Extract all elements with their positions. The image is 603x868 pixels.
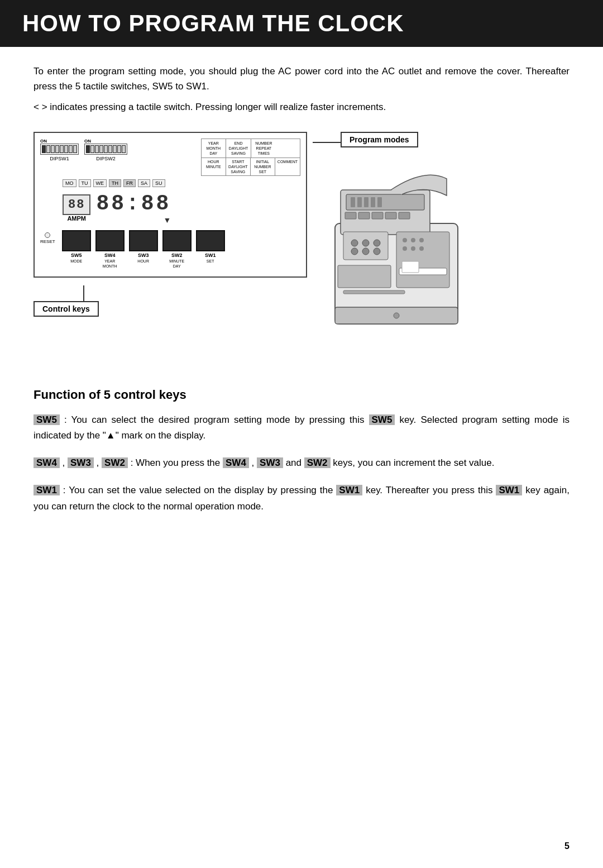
dipsw1-s2 (46, 145, 50, 153)
sw1-name: SW1 (205, 252, 216, 258)
sw5-group: SW5 MODE (62, 230, 91, 264)
dips-modes-row: ON DIPSW1 (40, 139, 300, 177)
sw4-sub: YEARMONTH (103, 259, 117, 269)
sw3-group: SW3 HOUR (129, 230, 158, 264)
sw4-button[interactable] (95, 230, 125, 251)
sub-mode-3-text: INITIALNUMBERSET (254, 159, 271, 174)
dip1-on-label: ON (40, 139, 47, 144)
main-segment-display: 88:88 (96, 192, 171, 216)
day-su: SU (152, 179, 165, 187)
sw2-group: SW2 MINUTEDAY (162, 230, 192, 269)
control-keys-label: Control keys (34, 301, 99, 317)
day-we: WE (93, 179, 107, 187)
dipsw2-s7 (113, 145, 117, 153)
sw1-highlight-3: SW1 (496, 485, 522, 495)
svg-point-14 (351, 240, 358, 246)
sw4-sw3-sw2-para: SW4 , SW3 , SW2 : When you press the SW4… (34, 455, 570, 471)
svg-rect-6 (371, 197, 375, 207)
sw3-text-2: and (286, 457, 304, 468)
dipsw1-s3 (51, 145, 55, 153)
svg-point-30 (419, 238, 424, 242)
svg-rect-32 (402, 261, 419, 273)
svg-rect-11 (385, 212, 396, 219)
dipsw2-s8 (117, 145, 121, 153)
sw2-button[interactable] (162, 230, 192, 251)
sw3-highlight-1: SW3 (68, 457, 94, 468)
dipsw2-s9 (122, 145, 126, 153)
program-modes-label: Program modes (341, 132, 418, 147)
svg-point-27 (411, 238, 415, 242)
dipsw1-s7 (69, 145, 73, 153)
svg-rect-10 (372, 212, 383, 219)
day-selector-row: MO TU WE TH FR SA SU (63, 179, 300, 187)
sub-mode-col-3: INITIALNUMBERSET (251, 158, 275, 175)
mode-col-1: YEARMONTHDAY (202, 139, 226, 158)
mode-col-3-text: NUMBERREPEATTIMES (255, 141, 272, 156)
clock-diagram-box: ON DIPSW1 (34, 132, 307, 278)
cash-register-illustration (313, 156, 469, 349)
svg-point-31 (419, 246, 424, 251)
svg-rect-4 (357, 197, 362, 207)
svg-rect-5 (364, 197, 368, 207)
sub-mode-col-4: COMMENT (275, 158, 300, 175)
svg-point-18 (362, 248, 369, 255)
ampm-label: AMPM (67, 215, 86, 222)
mode-col-2-text: ENDDAYLIGHTSAVING (229, 141, 248, 156)
sw2-text-1: : When you press the (131, 457, 223, 468)
sub-mode-col-1: HOURMINUTE (202, 158, 226, 175)
dipsw1-s4 (55, 145, 59, 153)
program-modes-row: Program modes (313, 132, 418, 147)
sw-buttons-row: RESET SW5 MODE SW4 YEARMONTH (40, 230, 300, 269)
sw2-highlight-2: SW2 (304, 457, 331, 468)
intro-paragraph-1: To enter the program setting mode, you s… (34, 64, 570, 94)
dipsw2-s4 (99, 145, 103, 153)
svg-point-23 (394, 313, 399, 318)
dipsw2-switches (84, 144, 127, 155)
intro-paragraph-2: < > indicates pressing a tactile switch.… (34, 99, 570, 115)
svg-point-15 (362, 240, 369, 246)
svg-point-28 (403, 246, 407, 251)
svg-rect-12 (399, 212, 410, 219)
sw1-sub: SET (207, 259, 214, 264)
sub-mode-col-2: STARTDAYLIGHTSAVING (226, 158, 251, 175)
svg-rect-24 (338, 265, 391, 288)
sw3-sub: HOUR (137, 259, 149, 264)
sw4-group: SW4 YEARMONTH (95, 230, 125, 269)
svg-point-29 (411, 246, 415, 251)
mode-col-2: ENDDAYLIGHTSAVING (226, 139, 252, 158)
triangle-indicator: ▼ (164, 216, 171, 225)
modes-section: YEARMONTHDAY ENDDAYLIGHTSAVING NUMBERREP… (201, 139, 300, 177)
dipsw2-s5 (104, 145, 108, 153)
sw1-text-1: : You can set the value selected on the … (63, 485, 337, 495)
svg-point-26 (403, 238, 407, 242)
dipsw2-s6 (108, 145, 112, 153)
dipsw1-label: DIPSW1 (50, 156, 69, 161)
sw1-text-2: key. Thereafter you press this (366, 485, 496, 495)
sw1-highlight-2: SW1 (336, 485, 362, 495)
svg-rect-3 (351, 197, 355, 207)
dip2-on-label: ON (84, 139, 91, 144)
svg-point-16 (374, 240, 380, 246)
cash-register-svg (313, 156, 469, 346)
sw3-button[interactable] (129, 230, 158, 251)
sw5-button[interactable] (62, 230, 91, 251)
svg-point-19 (374, 248, 380, 255)
day-tu: TU (79, 179, 91, 187)
small-segment-display: 88 (63, 194, 90, 215)
sw5-text-1: : You can select the desired program set… (64, 414, 369, 425)
sw5-sub: MODE (70, 259, 82, 264)
dipsw2-s1 (86, 145, 90, 153)
display-area: 88 AMPM 88:88 ▼ (63, 192, 300, 225)
svg-rect-8 (345, 212, 356, 219)
dipsw2-block: ON (84, 139, 127, 161)
day-fr: FR (123, 179, 136, 187)
sw1-highlight-1: SW1 (34, 485, 60, 495)
sw3-text-1: , (97, 457, 102, 468)
sub-mode-2-text: STARTDAYLIGHTSAVING (228, 159, 248, 174)
sw1-button[interactable] (196, 230, 225, 251)
control-keys-callout-row: Control keys (34, 285, 100, 317)
day-th: TH (109, 179, 121, 187)
sw4-name: SW4 (104, 252, 116, 258)
dip-switches-col: ON DIPSW1 (40, 139, 127, 161)
sub-mode-row: HOURMINUTE STARTDAYLIGHTSAVING INITIALNU… (201, 158, 300, 176)
